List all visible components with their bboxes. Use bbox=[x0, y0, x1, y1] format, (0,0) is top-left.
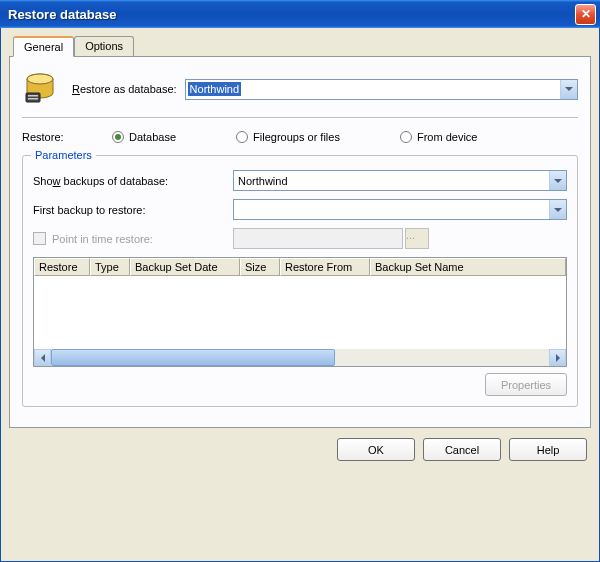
first-backup-label: First backup to restore: bbox=[33, 204, 233, 216]
scroll-right-button[interactable] bbox=[549, 349, 566, 366]
parameters-legend: Parameters bbox=[31, 149, 96, 161]
first-backup-row: First backup to restore: bbox=[33, 199, 567, 220]
radio-from-device[interactable]: From device bbox=[400, 131, 478, 143]
window-title: Restore database bbox=[8, 7, 575, 22]
restore-mode-row: Restore: Database Filegroups or files Fr… bbox=[22, 131, 578, 143]
svg-rect-2 bbox=[26, 93, 40, 102]
horizontal-scrollbar[interactable] bbox=[34, 349, 566, 366]
point-in-time-row: Point in time restore: ... bbox=[33, 228, 567, 249]
backup-grid: Restore Type Backup Set Date Size Restor… bbox=[33, 257, 567, 367]
chevron-down-icon[interactable] bbox=[549, 200, 566, 219]
chevron-down-icon[interactable] bbox=[560, 80, 577, 99]
point-in-time-checkbox bbox=[33, 232, 46, 245]
radio-database[interactable]: Database bbox=[112, 131, 176, 143]
properties-button: Properties bbox=[485, 373, 567, 396]
close-icon: ✕ bbox=[581, 7, 591, 21]
show-backups-row: Show backups of database: Northwind bbox=[33, 170, 567, 191]
restore-label: Restore: bbox=[22, 131, 112, 143]
scroll-thumb[interactable] bbox=[51, 349, 335, 366]
restore-as-label: Restore as database: bbox=[72, 83, 177, 95]
database-icon bbox=[22, 71, 58, 107]
col-from[interactable]: Restore From bbox=[280, 258, 370, 276]
first-backup-combo[interactable] bbox=[233, 199, 567, 220]
radio-filegroups[interactable]: Filegroups or files bbox=[236, 131, 340, 143]
svg-point-1 bbox=[27, 74, 53, 84]
point-in-time-browse: ... bbox=[405, 228, 429, 249]
client-area: General Options Restore as database: Nor… bbox=[0, 28, 600, 562]
point-in-time-textbox bbox=[233, 228, 403, 249]
show-backups-label: Show backups of database: bbox=[33, 175, 233, 187]
tab-general[interactable]: General bbox=[13, 36, 74, 57]
title-bar: Restore database ✕ bbox=[0, 0, 600, 28]
grid-body bbox=[34, 276, 566, 349]
col-type[interactable]: Type bbox=[90, 258, 130, 276]
show-backups-value: Northwind bbox=[236, 174, 290, 188]
arrow-right-icon bbox=[556, 354, 560, 362]
cancel-button[interactable]: Cancel bbox=[423, 438, 501, 461]
scroll-left-button[interactable] bbox=[34, 349, 51, 366]
dialog-buttons: OK Cancel Help bbox=[9, 428, 591, 473]
first-backup-value bbox=[236, 209, 240, 211]
close-button[interactable]: ✕ bbox=[575, 4, 596, 25]
tab-panel-general: Restore as database: Northwind Restore: … bbox=[9, 56, 591, 428]
show-backups-combo[interactable]: Northwind bbox=[233, 170, 567, 191]
tab-options[interactable]: Options bbox=[74, 36, 134, 56]
properties-row: Properties bbox=[33, 373, 567, 396]
ok-button[interactable]: OK bbox=[337, 438, 415, 461]
restore-as-row: Restore as database: Northwind bbox=[22, 71, 578, 107]
separator bbox=[22, 117, 578, 119]
col-name[interactable]: Backup Set Name bbox=[370, 258, 566, 276]
radio-icon bbox=[112, 131, 124, 143]
tab-strip: General Options bbox=[13, 36, 591, 56]
radio-icon bbox=[400, 131, 412, 143]
scroll-track[interactable] bbox=[51, 349, 549, 366]
radio-icon bbox=[236, 131, 248, 143]
arrow-left-icon bbox=[41, 354, 45, 362]
col-size[interactable]: Size bbox=[240, 258, 280, 276]
point-in-time-label: Point in time restore: bbox=[52, 233, 153, 245]
restore-radio-group: Database Filegroups or files From device bbox=[112, 131, 477, 143]
svg-rect-4 bbox=[28, 98, 38, 100]
chevron-down-icon[interactable] bbox=[549, 171, 566, 190]
help-button[interactable]: Help bbox=[509, 438, 587, 461]
col-restore[interactable]: Restore bbox=[34, 258, 90, 276]
parameters-group: Parameters Show backups of database: Nor… bbox=[22, 155, 578, 407]
grid-header: Restore Type Backup Set Date Size Restor… bbox=[34, 258, 566, 276]
svg-rect-3 bbox=[28, 95, 38, 97]
col-date[interactable]: Backup Set Date bbox=[130, 258, 240, 276]
restore-as-value: Northwind bbox=[188, 82, 242, 96]
restore-as-combo[interactable]: Northwind bbox=[185, 79, 578, 100]
